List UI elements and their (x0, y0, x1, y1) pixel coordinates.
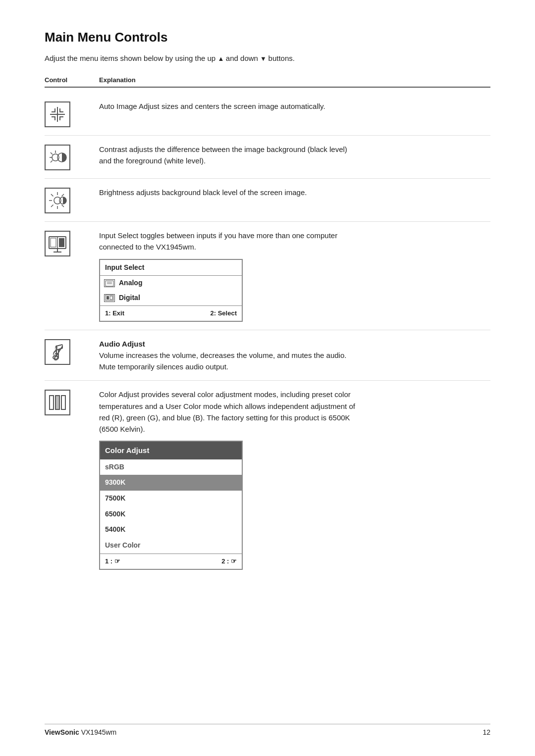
svg-rect-19 (51, 238, 56, 247)
svg-rect-27 (107, 296, 109, 300)
input-select-explanation: Input Select toggles between inputs if y… (99, 230, 490, 322)
brightness-explanation: Brightness adjusts background black leve… (99, 187, 490, 198)
table-header: Control Explanation (45, 76, 490, 88)
svg-line-12 (62, 205, 64, 207)
color-adjust-icon (45, 390, 70, 415)
auto-image-adjust-icon (45, 101, 70, 127)
color-option-6500k: 6500K (100, 506, 242, 522)
color-option-5400k: 5400K (100, 522, 242, 538)
table-row: Contrast adjusts the difference between … (45, 136, 490, 179)
dialog-row-digital: Digital (100, 291, 242, 305)
table-row: Auto Image Adjust sizes and centers the … (45, 93, 490, 136)
down-arrow-symbol: ▼ (260, 55, 268, 62)
color-option-7500k: 7500K (100, 491, 242, 506)
col-explanation-header: Explanation (99, 76, 136, 84)
svg-line-14 (51, 205, 54, 207)
table-row: Color Adjust provides several color adju… (45, 381, 490, 578)
dialog-title: Input Select (100, 260, 242, 276)
svg-rect-34 (55, 396, 59, 409)
color-option-srgb: sRGB (100, 459, 242, 475)
audio-explanation: Audio Adjust Volume increases the volume… (99, 338, 490, 373)
color-option-user-color: User Color (100, 538, 242, 554)
brightness-svg (47, 190, 68, 211)
icon-cell-brightness (45, 187, 99, 213)
footer: ViewSonic VX1945wm 12 (45, 724, 490, 736)
input-select-dialog: Input Select Analog Digital 1: Exit 2: S… (99, 259, 243, 322)
footer-brand-model: ViewSonic VX1945wm (45, 728, 116, 736)
input-select-icon (45, 231, 70, 256)
svg-line-13 (62, 194, 64, 197)
icon-cell-audio: 𝄞 (45, 338, 99, 365)
icon-cell-input (45, 230, 99, 256)
col-control-header: Control (45, 76, 99, 84)
input-select-svg (47, 233, 68, 254)
dialog-footer: 1: Exit 2: Select (100, 305, 242, 321)
svg-line-11 (51, 194, 54, 197)
color-adjust-explanation: Color Adjust provides several color adju… (99, 389, 490, 570)
color-adjust-dialog: Color Adjust sRGB 9300K 7500K 6500K 5400… (99, 441, 243, 570)
brightness-icon (45, 188, 70, 213)
table-row: Brightness adjusts background black leve… (45, 179, 490, 222)
table-row: 𝄞 Audio Adjust Volume increases the volu… (45, 330, 490, 381)
svg-rect-35 (61, 396, 65, 409)
up-arrow-symbol: ▲ (217, 55, 225, 62)
dialog-row-analog: Analog (100, 276, 242, 291)
svg-rect-33 (50, 396, 54, 409)
digital-icon (104, 294, 115, 302)
svg-line-1 (51, 152, 53, 154)
auto-image-explanation: Auto Image Adjust sizes and centers the … (99, 101, 490, 112)
color-dialog-title: Color Adjust (100, 442, 242, 459)
menu-rows: Auto Image Adjust sizes and centers the … (45, 93, 490, 578)
icon-cell-auto (45, 101, 99, 127)
footer-page-number: 12 (482, 728, 490, 736)
icon-cell-color (45, 389, 99, 415)
footer-model: VX1945wm (81, 728, 117, 736)
color-option-9300k: 9300K (100, 475, 242, 491)
table-row: Input Select toggles between inputs if y… (45, 222, 490, 330)
contrast-svg (47, 147, 68, 168)
contrast-explanation: Contrast adjusts the difference between … (99, 144, 490, 167)
svg-rect-20 (59, 238, 64, 247)
audio-note-svg: 𝄞 (48, 342, 67, 362)
svg-text:𝄞: 𝄞 (52, 345, 59, 361)
footer-brand: ViewSonic (45, 728, 79, 736)
audio-adjust-icon: 𝄞 (45, 339, 70, 365)
icon-cell-contrast (45, 144, 99, 170)
page-title: Main Menu Controls (45, 30, 490, 45)
intro-text: Adjust the menu items shown below by usi… (45, 54, 490, 62)
color-adjust-svg (48, 393, 67, 412)
contrast-icon (45, 145, 70, 170)
svg-point-15 (54, 197, 61, 204)
svg-rect-28 (110, 296, 112, 300)
color-dialog-footer: 1 : ☞ 2 : ☞ (100, 554, 242, 569)
svg-line-2 (51, 160, 53, 162)
analog-icon (104, 279, 115, 287)
